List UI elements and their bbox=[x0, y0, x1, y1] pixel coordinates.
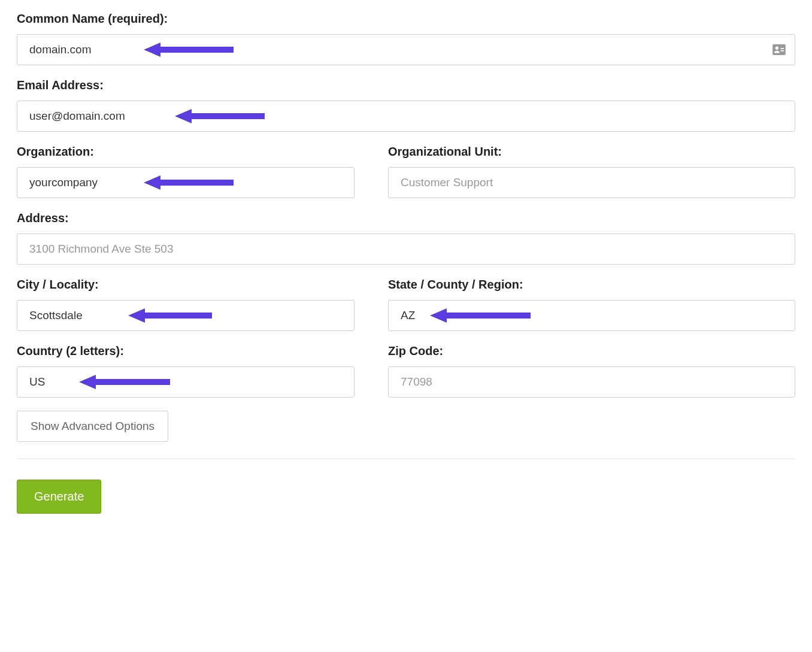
org-unit-input[interactable] bbox=[388, 167, 795, 198]
organization-wrapper bbox=[17, 167, 355, 198]
email-input[interactable] bbox=[17, 101, 795, 132]
country-zip-row: Country (2 letters): Zip Code: bbox=[17, 344, 795, 411]
common-name-wrapper bbox=[17, 34, 795, 65]
country-input[interactable] bbox=[17, 366, 355, 398]
city-label: City / Locality: bbox=[17, 278, 355, 292]
zip-label: Zip Code: bbox=[388, 344, 795, 358]
organization-input[interactable] bbox=[17, 167, 355, 198]
state-label: State / County / Region: bbox=[388, 278, 795, 292]
city-wrapper bbox=[17, 300, 355, 331]
city-input[interactable] bbox=[17, 300, 355, 331]
country-group: Country (2 letters): bbox=[17, 344, 355, 398]
organization-group: Organization: bbox=[17, 145, 355, 198]
common-name-input[interactable] bbox=[17, 34, 795, 65]
advanced-group: Show Advanced Options bbox=[17, 411, 795, 442]
zip-group: Zip Code: bbox=[388, 344, 795, 398]
address-wrapper bbox=[17, 233, 795, 265]
id-card-icon bbox=[772, 44, 786, 55]
organization-label: Organization: bbox=[17, 145, 355, 159]
org-unit-label: Organizational Unit: bbox=[388, 145, 795, 159]
org-row: Organization: Organizational Unit: bbox=[17, 145, 795, 211]
city-group: City / Locality: bbox=[17, 278, 355, 331]
address-group: Address: bbox=[17, 211, 795, 265]
common-name-label: Common Name (required): bbox=[17, 12, 795, 26]
address-input[interactable] bbox=[17, 233, 795, 265]
state-group: State / County / Region: bbox=[388, 278, 795, 331]
email-wrapper bbox=[17, 101, 795, 132]
country-label: Country (2 letters): bbox=[17, 344, 355, 358]
zip-wrapper bbox=[388, 366, 795, 398]
email-label: Email Address: bbox=[17, 78, 795, 92]
org-unit-wrapper bbox=[388, 167, 795, 198]
divider bbox=[17, 459, 795, 459]
country-wrapper bbox=[17, 366, 355, 398]
city-state-row: City / Locality: State / County / Region… bbox=[17, 278, 795, 344]
generate-button[interactable]: Generate bbox=[17, 480, 101, 514]
state-input[interactable] bbox=[388, 300, 795, 331]
email-group: Email Address: bbox=[17, 78, 795, 132]
state-wrapper bbox=[388, 300, 795, 331]
address-label: Address: bbox=[17, 211, 795, 225]
zip-input[interactable] bbox=[388, 366, 795, 398]
common-name-group: Common Name (required): bbox=[17, 12, 795, 65]
show-advanced-button[interactable]: Show Advanced Options bbox=[17, 411, 168, 442]
org-unit-group: Organizational Unit: bbox=[388, 145, 795, 198]
